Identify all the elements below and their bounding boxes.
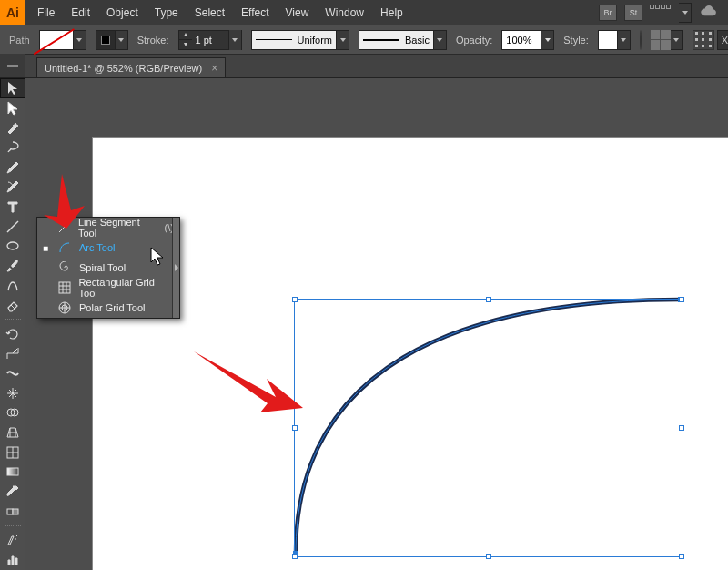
magic-wand-tool[interactable] — [0, 117, 25, 137]
transform-x-field[interactable]: X: ▴▾ 3 — [717, 30, 728, 50]
line-segment-tool[interactable] — [0, 217, 25, 237]
arc-icon — [57, 240, 72, 255]
svg-rect-4 — [7, 468, 18, 475]
arrange-documents-dropdown[interactable] — [679, 3, 692, 23]
svg-rect-7 — [59, 282, 70, 293]
style-swatch[interactable] — [598, 30, 618, 50]
menu-object[interactable]: Object — [98, 0, 147, 25]
align-icon[interactable] — [651, 30, 671, 50]
flyout-item-rectangular-grid[interactable]: Rectangular Grid Tool — [37, 278, 179, 298]
resize-handle[interactable] — [486, 297, 491, 302]
resize-handle[interactable] — [486, 554, 491, 559]
free-transform-tool[interactable] — [0, 383, 25, 403]
resize-handle[interactable] — [292, 425, 298, 431]
sync-cloud-icon[interactable] — [699, 5, 719, 20]
menu-edit[interactable]: Edit — [63, 0, 98, 25]
tool-separator — [0, 522, 25, 531]
column-graph-tool[interactable] — [0, 550, 25, 570]
stroke-dropdown[interactable] — [116, 30, 128, 50]
tool-separator — [0, 315, 25, 324]
stroke-step-down-icon[interactable]: ▾ — [179, 40, 192, 50]
annotation-arrow-icon — [35, 169, 89, 236]
menu-file[interactable]: File — [29, 0, 63, 25]
resize-handle[interactable] — [292, 554, 298, 559]
curvature-tool[interactable] — [0, 177, 25, 197]
menu-bar: Ai File Edit Object Type Select Effect V… — [0, 0, 728, 25]
document-tab[interactable]: Untitled-1* @ 552% (RGB/Preview) × — [36, 57, 226, 77]
recolor-artwork-icon[interactable] — [640, 30, 642, 50]
flyout-item-polar-grid[interactable]: Polar Grid Tool — [37, 298, 179, 318]
perspective-grid-tool[interactable] — [0, 422, 25, 443]
selection-bounding-box[interactable] — [294, 299, 682, 557]
flyout-item-label: Spiral Tool — [79, 262, 126, 273]
stroke-label: Stroke: — [137, 35, 169, 46]
mesh-tool[interactable] — [0, 443, 25, 463]
mouse-cursor-icon — [149, 246, 167, 270]
stroke-swatch[interactable] — [96, 30, 116, 50]
eyedropper-tool[interactable] — [0, 482, 25, 502]
arrange-documents-icon[interactable] — [650, 5, 672, 21]
menu-help[interactable]: Help — [372, 0, 411, 25]
direct-selection-tool[interactable] — [0, 98, 25, 118]
document-tab-title: Untitled-1* @ 552% (RGB/Preview) — [45, 63, 202, 74]
polar-grid-icon — [57, 300, 72, 315]
options-bar: Path Stroke: ▴▾ 1 pt Uniform Basic Opaci… — [0, 25, 728, 55]
annotation-arrow-icon — [189, 347, 308, 422]
opacity-label: Opacity: — [456, 35, 492, 46]
lasso-tool[interactable] — [0, 137, 25, 158]
resize-handle[interactable] — [292, 297, 298, 302]
resize-handle[interactable] — [679, 297, 684, 302]
selection-type-label: Path — [5, 35, 30, 46]
resize-handle[interactable] — [679, 425, 684, 431]
paintbrush-tool[interactable] — [0, 256, 25, 276]
flyout-tearoff-handle[interactable] — [172, 218, 179, 318]
scale-tool[interactable] — [0, 344, 25, 364]
fill-swatch[interactable] — [39, 30, 74, 50]
variable-width-profile[interactable]: Uniform — [251, 30, 338, 50]
rotate-tool[interactable] — [0, 324, 25, 344]
menu-select[interactable]: Select — [187, 0, 233, 25]
menu-view[interactable]: View — [278, 0, 318, 25]
ai-logo: Ai — [0, 0, 25, 25]
brush-definition[interactable]: Basic — [359, 30, 434, 50]
canvas[interactable] — [25, 78, 728, 570]
resize-handle[interactable] — [679, 554, 684, 559]
shape-builder-tool[interactable] — [0, 403, 25, 423]
bridge-icon[interactable]: Br — [599, 5, 617, 21]
toolbar-collapse-toggle[interactable] — [0, 54, 25, 77]
type-tool[interactable] — [0, 197, 25, 217]
stroke-weight-field[interactable]: ▴▾ 1 pt — [178, 30, 242, 50]
flyout-item-label: Rectangular Grid Tool — [79, 277, 174, 299]
selection-tool[interactable] — [0, 78, 25, 98]
opacity-field[interactable]: 100% — [501, 30, 541, 50]
flyout-item-label: Arc Tool — [79, 242, 116, 253]
transform-reference-point[interactable] — [693, 30, 714, 50]
pen-tool[interactable] — [0, 158, 25, 178]
stroke-step-up-icon[interactable]: ▴ — [179, 30, 192, 40]
flyout-item-label: Polar Grid Tool — [79, 302, 146, 313]
shaper-tool[interactable] — [0, 276, 25, 296]
rectangle-tool[interactable] — [0, 236, 25, 256]
menu-type[interactable]: Type — [147, 0, 187, 25]
menu-window[interactable]: Window — [317, 0, 372, 25]
variable-width-profile-dropdown[interactable] — [337, 30, 349, 50]
menu-effect[interactable]: Effect — [233, 0, 277, 25]
stroke-weight-value[interactable]: 1 pt — [192, 35, 228, 46]
opacity-dropdown[interactable] — [541, 30, 554, 50]
stock-icon[interactable]: St — [624, 5, 642, 21]
style-dropdown[interactable] — [618, 30, 631, 50]
symbol-sprayer-tool[interactable] — [0, 531, 25, 551]
brush-definition-dropdown[interactable] — [434, 30, 447, 50]
stroke-weight-dropdown[interactable] — [228, 30, 241, 50]
blend-tool[interactable] — [0, 502, 25, 522]
close-tab-icon[interactable]: × — [211, 62, 217, 75]
align-dropdown[interactable] — [671, 30, 683, 50]
eraser-tool[interactable] — [0, 295, 25, 315]
document-tab-strip: Untitled-1* @ 552% (RGB/Preview) × — [0, 55, 728, 78]
tools-panel — [0, 78, 25, 570]
svg-rect-6 — [13, 509, 18, 514]
style-label: Style: — [563, 35, 589, 46]
gradient-tool[interactable] — [0, 463, 25, 483]
width-tool[interactable] — [0, 363, 25, 383]
svg-rect-5 — [7, 509, 13, 514]
